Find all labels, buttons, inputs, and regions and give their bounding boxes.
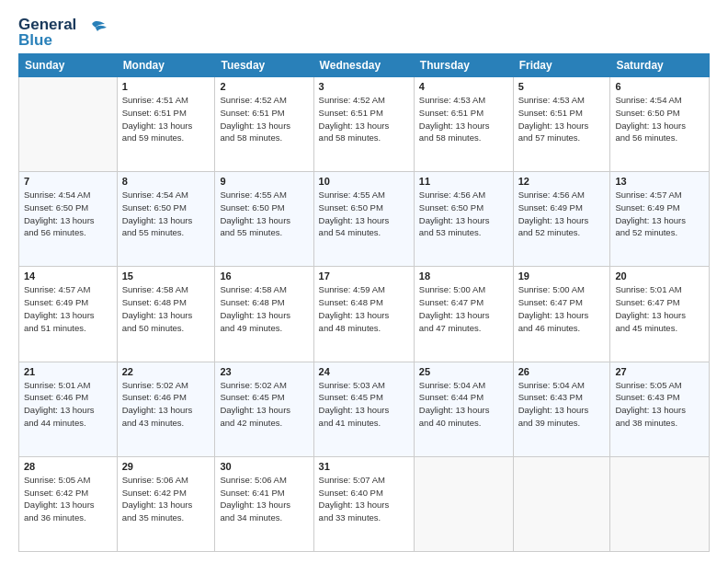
day-info: Sunrise: 4:56 AM Sunset: 6:50 PM Dayligh… (419, 189, 508, 239)
calendar-cell: 23Sunrise: 5:02 AM Sunset: 6:45 PM Dayli… (215, 362, 313, 456)
day-info: Sunrise: 4:54 AM Sunset: 6:50 PM Dayligh… (122, 189, 210, 239)
calendar-cell: 24Sunrise: 5:03 AM Sunset: 6:45 PM Dayli… (313, 362, 414, 456)
day-number: 20 (615, 270, 704, 282)
calendar-cell (610, 456, 710, 551)
day-info: Sunrise: 5:06 AM Sunset: 6:41 PM Dayligh… (220, 474, 308, 524)
day-number: 2 (220, 81, 308, 92)
day-info: Sunrise: 4:58 AM Sunset: 6:48 PM Dayligh… (220, 283, 308, 334)
calendar-table: SundayMondayTuesdayWednesdayThursdayFrid… (18, 53, 710, 552)
day-number: 4 (419, 81, 508, 92)
day-number: 30 (220, 461, 308, 472)
day-info: Sunrise: 5:02 AM Sunset: 6:46 PM Dayligh… (122, 379, 210, 430)
day-info: Sunrise: 5:04 AM Sunset: 6:44 PM Dayligh… (419, 379, 508, 430)
day-number: 23 (220, 366, 308, 377)
day-number: 31 (319, 461, 409, 472)
day-of-week-header: Saturday (610, 54, 710, 77)
calendar-cell: 5Sunrise: 4:53 AM Sunset: 6:51 PM Daylig… (513, 77, 610, 172)
calendar-week-row: 21Sunrise: 5:01 AM Sunset: 6:46 PM Dayli… (19, 362, 710, 456)
day-of-week-header: Tuesday (215, 54, 313, 77)
day-of-week-header: Wednesday (313, 54, 414, 77)
calendar-cell: 11Sunrise: 4:56 AM Sunset: 6:50 PM Dayli… (414, 172, 513, 267)
day-number: 15 (122, 270, 210, 282)
day-info: Sunrise: 5:00 AM Sunset: 6:47 PM Dayligh… (518, 283, 606, 334)
day-number: 26 (518, 366, 606, 377)
day-number: 14 (24, 270, 112, 282)
calendar-cell: 1Sunrise: 4:51 AM Sunset: 6:51 PM Daylig… (117, 77, 215, 172)
calendar-cell: 7Sunrise: 4:54 AM Sunset: 6:50 PM Daylig… (19, 172, 118, 267)
day-info: Sunrise: 4:57 AM Sunset: 6:49 PM Dayligh… (615, 189, 704, 239)
day-number: 29 (122, 461, 210, 472)
calendar-cell: 19Sunrise: 5:00 AM Sunset: 6:47 PM Dayli… (513, 267, 610, 362)
calendar-cell (513, 456, 610, 551)
calendar-cell: 17Sunrise: 4:59 AM Sunset: 6:48 PM Dayli… (313, 267, 414, 362)
calendar-cell: 12Sunrise: 4:56 AM Sunset: 6:49 PM Dayli… (513, 172, 610, 267)
calendar-cell: 28Sunrise: 5:05 AM Sunset: 6:42 PM Dayli… (19, 456, 118, 551)
day-number: 5 (518, 81, 606, 92)
calendar-cell: 9Sunrise: 4:55 AM Sunset: 6:50 PM Daylig… (215, 172, 313, 267)
day-info: Sunrise: 4:59 AM Sunset: 6:48 PM Dayligh… (319, 283, 409, 334)
calendar-cell: 22Sunrise: 5:02 AM Sunset: 6:46 PM Dayli… (117, 362, 215, 456)
day-of-week-header: Monday (117, 54, 215, 77)
day-info: Sunrise: 4:55 AM Sunset: 6:50 PM Dayligh… (220, 189, 308, 239)
day-number: 6 (615, 81, 704, 92)
calendar-cell: 27Sunrise: 5:05 AM Sunset: 6:43 PM Dayli… (610, 362, 710, 456)
calendar-week-row: 1Sunrise: 4:51 AM Sunset: 6:51 PM Daylig… (19, 77, 710, 172)
day-number: 17 (319, 270, 409, 282)
day-number: 13 (615, 176, 704, 187)
calendar-cell: 29Sunrise: 5:06 AM Sunset: 6:42 PM Dayli… (117, 456, 215, 551)
day-info: Sunrise: 5:06 AM Sunset: 6:42 PM Dayligh… (122, 474, 210, 524)
calendar-cell: 20Sunrise: 5:01 AM Sunset: 6:47 PM Dayli… (610, 267, 710, 362)
day-info: Sunrise: 5:05 AM Sunset: 6:42 PM Dayligh… (24, 474, 112, 524)
calendar-week-row: 28Sunrise: 5:05 AM Sunset: 6:42 PM Dayli… (19, 456, 710, 551)
day-number: 3 (319, 81, 409, 92)
calendar-cell: 15Sunrise: 4:58 AM Sunset: 6:48 PM Dayli… (117, 267, 215, 362)
calendar-cell (19, 77, 118, 172)
day-info: Sunrise: 4:52 AM Sunset: 6:51 PM Dayligh… (319, 94, 409, 144)
day-info: Sunrise: 4:56 AM Sunset: 6:49 PM Dayligh… (518, 189, 606, 239)
calendar-cell: 30Sunrise: 5:06 AM Sunset: 6:41 PM Dayli… (215, 456, 313, 551)
day-info: Sunrise: 4:53 AM Sunset: 6:51 PM Dayligh… (419, 94, 508, 144)
calendar-cell: 14Sunrise: 4:57 AM Sunset: 6:49 PM Dayli… (19, 267, 118, 362)
day-info: Sunrise: 4:53 AM Sunset: 6:51 PM Dayligh… (518, 94, 606, 144)
day-info: Sunrise: 4:51 AM Sunset: 6:51 PM Dayligh… (122, 94, 210, 144)
day-number: 21 (24, 366, 112, 377)
calendar-cell: 6Sunrise: 4:54 AM Sunset: 6:50 PM Daylig… (610, 77, 710, 172)
day-number: 27 (615, 366, 704, 377)
day-info: Sunrise: 5:02 AM Sunset: 6:45 PM Dayligh… (220, 379, 308, 430)
day-number: 10 (319, 176, 409, 187)
calendar-cell: 2Sunrise: 4:52 AM Sunset: 6:51 PM Daylig… (215, 77, 313, 172)
header: General Blue (18, 17, 710, 48)
calendar-cell: 25Sunrise: 5:04 AM Sunset: 6:44 PM Dayli… (414, 362, 513, 456)
day-info: Sunrise: 5:01 AM Sunset: 6:47 PM Dayligh… (615, 283, 704, 334)
day-number: 16 (220, 270, 308, 282)
day-number: 18 (419, 270, 508, 282)
day-number: 12 (518, 176, 606, 187)
day-number: 11 (419, 176, 508, 187)
calendar-cell: 26Sunrise: 5:04 AM Sunset: 6:43 PM Dayli… (513, 362, 610, 456)
day-number: 24 (319, 366, 409, 377)
calendar-cell: 13Sunrise: 4:57 AM Sunset: 6:49 PM Dayli… (610, 172, 710, 267)
calendar-cell: 3Sunrise: 4:52 AM Sunset: 6:51 PM Daylig… (313, 77, 414, 172)
day-number: 8 (122, 176, 210, 187)
day-info: Sunrise: 5:04 AM Sunset: 6:43 PM Dayligh… (518, 379, 606, 430)
logo-general: General (18, 17, 76, 32)
day-info: Sunrise: 4:54 AM Sunset: 6:50 PM Dayligh… (24, 189, 112, 239)
day-info: Sunrise: 4:52 AM Sunset: 6:51 PM Dayligh… (220, 94, 308, 144)
day-info: Sunrise: 4:54 AM Sunset: 6:50 PM Dayligh… (615, 94, 704, 144)
calendar-cell (414, 456, 513, 551)
calendar-cell: 4Sunrise: 4:53 AM Sunset: 6:51 PM Daylig… (414, 77, 513, 172)
page: General Blue SundayMondayTuesdayWednesda… (0, 0, 728, 563)
day-number: 7 (24, 176, 112, 187)
calendar-cell: 16Sunrise: 4:58 AM Sunset: 6:48 PM Dayli… (215, 267, 313, 362)
calendar-header-row: SundayMondayTuesdayWednesdayThursdayFrid… (19, 54, 710, 77)
day-of-week-header: Thursday (414, 54, 513, 77)
day-info: Sunrise: 5:00 AM Sunset: 6:47 PM Dayligh… (419, 283, 508, 334)
day-number: 28 (24, 461, 112, 472)
calendar-week-row: 7Sunrise: 4:54 AM Sunset: 6:50 PM Daylig… (19, 172, 710, 267)
day-number: 19 (518, 270, 606, 282)
day-info: Sunrise: 4:57 AM Sunset: 6:49 PM Dayligh… (24, 283, 112, 334)
day-info: Sunrise: 4:55 AM Sunset: 6:50 PM Dayligh… (319, 189, 409, 239)
day-of-week-header: Friday (513, 54, 610, 77)
calendar-week-row: 14Sunrise: 4:57 AM Sunset: 6:49 PM Dayli… (19, 267, 710, 362)
logo-blue: Blue (18, 32, 76, 48)
